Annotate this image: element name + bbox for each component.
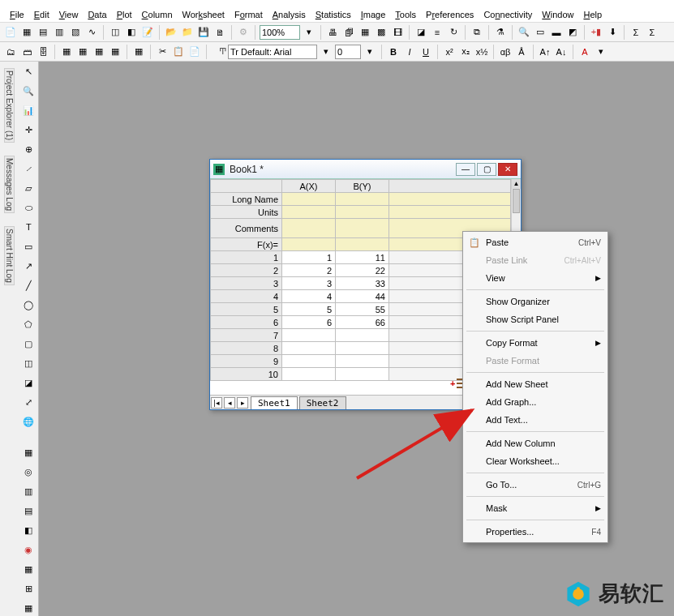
row-header[interactable]: 1 [211,251,282,264]
results-log-icon[interactable]: ▭ [533,25,547,40]
menu-data[interactable]: Data [83,8,111,21]
row4-icon[interactable]: ▦ [108,45,122,59]
rescale-tool-icon[interactable]: ⤢ [20,394,36,410]
label-fx[interactable]: F(x)= [211,238,282,251]
row-header[interactable]: 3 [211,277,282,290]
cell[interactable] [336,368,389,381]
cell[interactable]: 5 [282,303,336,316]
cell[interactable]: 33 [336,277,389,290]
cell[interactable]: 44 [336,290,389,303]
row-header[interactable]: 6 [211,316,282,329]
row-header[interactable]: 5 [211,303,282,316]
menu-format[interactable]: Format [230,8,268,21]
print-preview-icon[interactable]: 🗐 [341,25,356,40]
insert-graph-icon[interactable]: ◫ [20,355,36,371]
rotate-icon[interactable]: 🌐 [20,413,36,430]
new-project-icon[interactable]: 📄 [3,25,18,40]
slide-icon[interactable]: ◪ [414,25,428,40]
duplicate-icon[interactable]: ⧉ [470,25,484,40]
row-header[interactable]: 4 [211,290,282,303]
row-header[interactable]: 8 [211,342,282,355]
font-select[interactable] [228,45,317,59]
save-template-icon[interactable]: 🗎 [213,25,227,40]
tab-nav-prev-icon[interactable]: ◂ [224,397,235,409]
rescale-icon[interactable]: ≡ [430,25,444,40]
sigma-icon[interactable]: Σ [645,25,659,40]
import-ascii-icon[interactable]: 🗃 [19,45,34,59]
menu-connectivity[interactable]: Connectivity [479,8,537,21]
font-size-input[interactable] [335,45,361,59]
open-icon[interactable]: 📂 [164,25,178,40]
import-wizard-icon[interactable]: 🗂 [3,45,18,59]
plot5-icon[interactable]: ◧ [20,522,36,538]
cell[interactable] [282,342,336,355]
new-workbook-icon[interactable]: ▦ [19,25,34,40]
command-window-icon[interactable]: ▬ [549,25,564,40]
new-matrix-icon[interactable]: ▥ [52,25,67,40]
underline-icon[interactable]: U [419,45,433,59]
new-notes-icon[interactable]: 📝 [140,25,155,40]
ctx-add-text[interactable]: Add Text... [465,411,606,429]
zoom-input[interactable] [260,25,300,40]
row1-icon[interactable]: ▦ [59,45,74,59]
zoom-dropdown-icon[interactable]: ▾ [302,25,316,40]
col-header-a[interactable]: A(X) [282,180,336,193]
plot6-icon[interactable]: ◉ [20,541,36,558]
draw-data-icon[interactable]: ⟋ [20,160,36,177]
italic-icon[interactable]: I [402,45,417,59]
plot7-icon[interactable]: ▦ [20,561,36,577]
col-header-b[interactable]: B(Y) [336,180,389,193]
pointer-icon[interactable]: ↖ [20,63,36,79]
menu-image[interactable]: Image [356,8,391,21]
minimize-button[interactable]: — [456,163,475,176]
label-units[interactable]: Units [211,206,282,219]
cell[interactable]: 11 [336,251,389,264]
cell[interactable]: 1 [282,251,336,264]
stats-icon[interactable]: Σ [629,25,643,40]
ctx-clear-worksheet[interactable]: Clear Worksheet... [465,452,606,470]
cell[interactable]: 2 [282,264,336,277]
plot3-icon[interactable]: ▥ [20,483,36,499]
add-column-icon[interactable]: +▮ [589,25,603,40]
increase-font-icon[interactable]: A↑ [538,45,552,59]
zoom-in-icon[interactable]: 🔍 [20,83,36,99]
ctx-copy-format[interactable]: Copy Format▶ [465,334,606,352]
ctx-view[interactable]: View▶ [465,269,606,287]
row-header[interactable]: 7 [211,329,282,342]
menu-window[interactable]: Window [537,8,578,21]
fontsize-dropdown-icon[interactable]: ▾ [363,45,377,59]
row2-icon[interactable]: ▦ [75,45,90,59]
decrease-font-icon[interactable]: A↓ [554,45,569,59]
menu-worksheet[interactable]: Worksheet [178,8,230,21]
symbol-icon[interactable]: Å [514,45,529,59]
ctx-mask[interactable]: Mask▶ [465,499,606,517]
cell[interactable] [336,342,389,355]
cell[interactable] [282,329,336,342]
scroll-thumb[interactable] [513,189,520,213]
down-icon[interactable]: ⬇ [605,25,620,40]
supersub-icon[interactable]: x½ [474,45,489,59]
code-builder-icon[interactable]: ⚗ [493,25,508,40]
workbook-titlebar[interactable]: ▦ Book1 * — ▢ ✕ [210,160,521,179]
row-header[interactable]: 10 [211,368,282,381]
corner-cell[interactable] [211,180,282,193]
menu-analysis[interactable]: Analysis [268,8,311,21]
close-button[interactable]: ✕ [498,163,517,176]
tab-sheet2[interactable]: Sheet2 [299,396,346,409]
insert-ole-icon[interactable]: ◪ [20,374,36,391]
region2-icon[interactable]: ▢ [20,336,36,352]
side-tab-project-explorer[interactable]: Project Explorer (1) [4,68,15,143]
mask-icon[interactable]: ▱ [20,180,36,196]
rect-tool-icon[interactable]: ▭ [20,238,36,255]
font-color-icon[interactable]: A [577,45,592,59]
scroll-up-icon[interactable]: ▲ [512,179,521,189]
data-selector-icon[interactable]: ⊕ [20,141,36,157]
tab-sheet1[interactable]: Sheet1 [251,396,298,409]
cell[interactable]: 22 [336,264,389,277]
menu-edit[interactable]: Edit [29,8,54,21]
import-multi-icon[interactable]: ▩ [374,25,389,40]
reader-icon[interactable]: 📊 [20,102,36,118]
cell[interactable] [336,329,389,342]
text-tool-icon[interactable]: T [20,219,36,235]
cell[interactable] [336,355,389,368]
